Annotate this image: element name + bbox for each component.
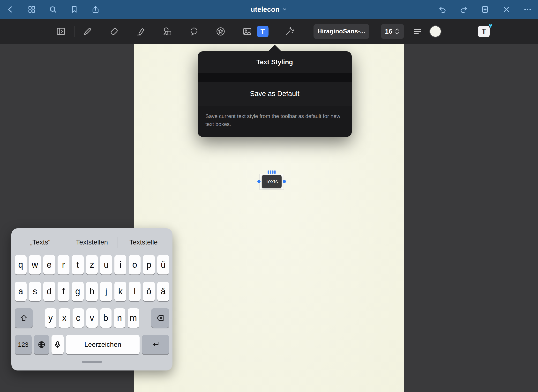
key-o[interactable]: o: [129, 255, 141, 274]
text-align-icon[interactable]: [411, 25, 424, 38]
lasso-icon[interactable]: [186, 24, 202, 39]
keyboard-row-2: a s d f g h j k l ö ä: [15, 282, 169, 301]
text-color-swatch[interactable]: [430, 26, 441, 37]
return-key[interactable]: [142, 335, 169, 354]
globe-icon: [37, 340, 46, 349]
key-w[interactable]: w: [29, 255, 41, 274]
shift-key[interactable]: [15, 308, 33, 328]
undo-icon[interactable]: [438, 5, 447, 14]
text-styling-popover: Text Styling Save as Default Save curren…: [198, 51, 352, 137]
key-p[interactable]: p: [143, 255, 155, 274]
text-box[interactable]: Texts: [262, 175, 282, 188]
popover-title: Text Styling: [198, 51, 352, 73]
mic-key[interactable]: [52, 335, 64, 354]
key-t[interactable]: t: [72, 255, 84, 274]
tool-bar: T HiraginoSans-... 16 T ♥: [0, 19, 538, 44]
backspace-key[interactable]: [151, 308, 169, 328]
popover-arrow: [268, 45, 282, 52]
share-icon[interactable]: [91, 5, 100, 14]
key-ae[interactable]: ä: [157, 282, 169, 301]
shift-icon: [20, 314, 28, 322]
key-s[interactable]: s: [29, 282, 41, 301]
redo-icon[interactable]: [459, 5, 468, 14]
suggestion-bar: „Texts“ Textstellen Textstelle: [15, 232, 169, 252]
backspace-icon: [156, 314, 164, 322]
key-z[interactable]: z: [86, 255, 98, 274]
return-icon: [151, 340, 160, 349]
key-l[interactable]: l: [129, 282, 141, 301]
pen-icon[interactable]: [80, 24, 95, 39]
heart-icon: ♥: [488, 22, 493, 29]
key-i[interactable]: i: [114, 255, 126, 274]
key-n[interactable]: n: [114, 308, 125, 328]
document-title[interactable]: utelecon: [251, 5, 287, 14]
key-j[interactable]: j: [100, 282, 112, 301]
key-r[interactable]: r: [58, 255, 69, 274]
row-spacer: [35, 308, 43, 328]
keyboard-row-4: 123 Leerzeichen: [15, 335, 169, 354]
text-style-favorite-button[interactable]: T ♥: [478, 26, 490, 37]
save-as-default-button[interactable]: Save as Default: [198, 82, 352, 106]
highlighter-icon[interactable]: [133, 24, 149, 39]
text-tool-icon[interactable]: T: [257, 26, 269, 37]
key-f[interactable]: f: [58, 282, 69, 301]
nav-bar: utelecon: [0, 0, 538, 19]
key-x[interactable]: x: [59, 308, 70, 328]
drag-handle-icon[interactable]: [268, 170, 276, 174]
suggestion-literal[interactable]: „Texts“: [15, 238, 66, 246]
selected-text-object: Texts: [259, 174, 284, 190]
read-mode-icon[interactable]: [53, 24, 69, 39]
key-k[interactable]: k: [114, 282, 126, 301]
mic-icon: [53, 340, 62, 349]
keyboard-drag-handle[interactable]: [82, 361, 102, 363]
suggestion-2[interactable]: Textstelle: [118, 238, 169, 246]
text-tool-wrap: T: [255, 24, 270, 39]
resize-handle-right[interactable]: [283, 180, 286, 183]
elements-icon[interactable]: [213, 24, 228, 39]
close-icon[interactable]: [502, 5, 511, 14]
key-oe[interactable]: ö: [143, 282, 155, 301]
globe-key[interactable]: [34, 335, 49, 354]
numbers-key[interactable]: 123: [15, 335, 32, 354]
image-icon[interactable]: [239, 24, 255, 39]
key-g[interactable]: g: [72, 282, 84, 301]
key-m[interactable]: m: [128, 308, 139, 328]
popover-separator-band: [198, 73, 352, 82]
laser-pointer-icon[interactable]: [282, 24, 297, 39]
chevron-down-icon: [282, 5, 287, 14]
document-title-label: utelecon: [251, 5, 279, 13]
resize-handle-left[interactable]: [257, 180, 261, 183]
key-q[interactable]: q: [15, 255, 27, 274]
font-size-stepper[interactable]: 16: [381, 24, 404, 39]
key-e[interactable]: e: [43, 255, 55, 274]
stepper-chevrons-icon: [394, 27, 400, 36]
keyboard-row-3: y x c v b n m: [15, 308, 169, 328]
thumbnails-icon[interactable]: [27, 5, 36, 14]
eraser-icon[interactable]: [106, 24, 122, 39]
more-icon[interactable]: [523, 5, 532, 14]
row-spacer: [142, 308, 149, 328]
space-key[interactable]: Leerzeichen: [66, 335, 140, 354]
key-u[interactable]: u: [100, 255, 112, 274]
key-v[interactable]: v: [86, 308, 98, 328]
popover-description: Save current text style from the toolbar…: [198, 106, 352, 137]
key-d[interactable]: d: [43, 282, 55, 301]
search-icon[interactable]: [48, 5, 58, 14]
key-a[interactable]: a: [15, 282, 27, 301]
key-y[interactable]: y: [45, 308, 56, 328]
font-name-button[interactable]: HiraginoSans-...: [314, 24, 369, 39]
key-c[interactable]: c: [73, 308, 84, 328]
nav-left-group: [6, 5, 100, 14]
key-h[interactable]: h: [86, 282, 98, 301]
floating-keyboard: „Texts“ Textstellen Textstelle q w e r t…: [11, 228, 172, 370]
font-size-value: 16: [385, 28, 392, 35]
back-icon[interactable]: [6, 5, 15, 14]
add-page-icon[interactable]: [480, 5, 490, 14]
keyboard-row-1: q w e r t z u i o p ü: [15, 255, 169, 274]
shapes-icon[interactable]: [160, 24, 175, 39]
bookmark-icon[interactable]: [70, 5, 79, 14]
key-b[interactable]: b: [100, 308, 112, 328]
key-ue[interactable]: ü: [157, 255, 169, 274]
text-style-glyph: T: [482, 27, 486, 35]
suggestion-1[interactable]: Textstellen: [66, 238, 117, 246]
